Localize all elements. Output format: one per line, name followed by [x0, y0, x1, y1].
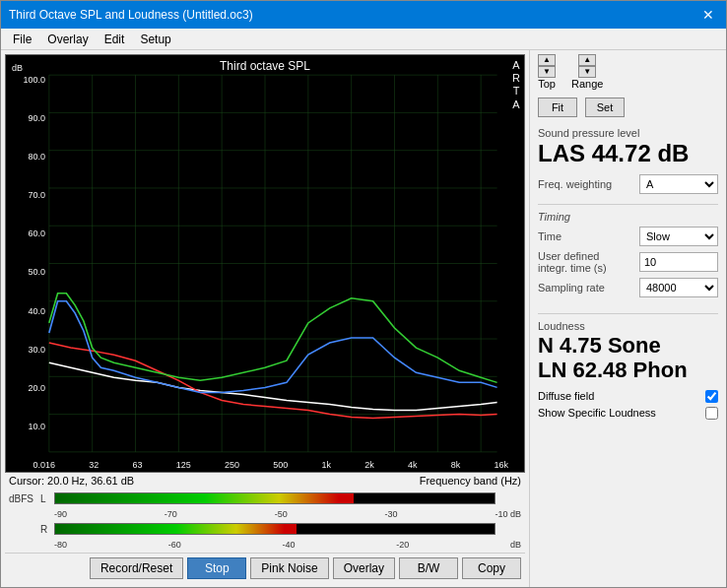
top-spin-group: ▲ ▼ Top [538, 54, 556, 90]
freq-band-label: Frequency band (Hz) [420, 475, 521, 487]
level-bars-section: dBFS L -90 -70 -50 -30 -10 dB [5, 489, 525, 553]
title-bar: Third Octave SPL and Loudness (Untitled.… [1, 1, 726, 29]
fit-set-buttons: Fit Set [538, 98, 718, 117]
range-spin-group: ▲ ▼ Range [571, 54, 603, 90]
range-up-button[interactable]: ▲ [578, 54, 596, 66]
loudness-section: Loudness N 4.75 Sone LN 62.48 Phon [538, 320, 718, 381]
tick-R-60: -60 [168, 540, 181, 550]
overlay-button[interactable]: Overlay [333, 557, 395, 579]
show-specific-row: Show Specific Loudness [538, 407, 718, 420]
copy-button[interactable]: Copy [462, 557, 521, 579]
tick-R-db: dB [510, 540, 521, 550]
level-bar-L [54, 492, 496, 504]
chart-container: Third octave SPL ARTA 100.0 90.0 80.0 70… [5, 54, 525, 473]
menu-bar: File Overlay Edit Setup [1, 29, 726, 50]
user-defined-input[interactable] [639, 252, 718, 272]
show-specific-label: Show Specific Loudness [538, 407, 656, 419]
menu-edit[interactable]: Edit [97, 31, 133, 47]
tick-labels-R: -80 -60 -40 -20 dB [9, 539, 521, 551]
show-specific-checkbox[interactable] [705, 407, 718, 420]
tick-R-80: -80 [54, 540, 67, 550]
chart-svg [6, 55, 524, 472]
diffuse-field-checkbox[interactable] [705, 390, 718, 403]
freq-weighting-row: Freq. weighting A B C Z [538, 174, 718, 194]
sampling-rate-row: Sampling rate 48000 44100 96000 [538, 278, 718, 297]
chart-info-bar: Cursor: 20.0 Hz, 36.61 dB Frequency band… [5, 473, 525, 489]
x-axis-labels: 16 32 63 125 250 500 1k 2k 4k 8k 16k [45, 460, 508, 470]
time-select[interactable]: Slow Fast Impulse [639, 227, 718, 246]
level-fill-R [55, 524, 297, 534]
main-content: Third octave SPL ARTA 100.0 90.0 80.0 70… [1, 50, 726, 587]
chart-area: Third octave SPL ARTA 100.0 90.0 80.0 70… [1, 50, 529, 587]
tick-labels-L: -90 -70 -50 -30 -10 dB [9, 508, 521, 520]
tick-R-20: -20 [396, 540, 409, 550]
x-label-63: 63 [132, 460, 142, 470]
timing-section: Timing Time Slow Fast Impulse User defin… [538, 211, 718, 301]
sampling-rate-select[interactable]: 48000 44100 96000 [639, 278, 718, 297]
menu-file[interactable]: File [5, 31, 39, 47]
set-button[interactable]: Set [585, 98, 625, 117]
top-label: Top [538, 78, 556, 90]
sampling-rate-label: Sampling rate [538, 282, 605, 294]
top-up-button[interactable]: ▲ [538, 54, 556, 66]
yaxis-db-label: dB [12, 63, 23, 73]
spl-section-label: Sound pressure level [538, 127, 718, 139]
tick-L-30: -30 [385, 509, 398, 519]
user-defined-label: User defined integr. time (s) [538, 250, 627, 274]
divider-1 [538, 204, 718, 205]
tick-L-10: -10 dB [495, 509, 521, 519]
menu-overlay[interactable]: Overlay [39, 31, 96, 47]
top-controls: ▲ ▼ Top ▲ ▼ Range [538, 54, 718, 90]
x-label-125: 125 [176, 460, 191, 470]
x-label-16: 16 [45, 460, 55, 470]
fit-button[interactable]: Fit [538, 98, 577, 117]
x-label-500: 500 [273, 460, 288, 470]
loudness-label: Loudness [538, 320, 718, 332]
range-down-button[interactable]: ▼ [578, 66, 596, 78]
user-defined-row: User defined integr. time (s) [538, 250, 718, 274]
right-panel: ▲ ▼ Top ▲ ▼ Range Fit Set [529, 50, 726, 587]
tick-L-90: -90 [54, 509, 67, 519]
x-label-250: 250 [225, 460, 239, 470]
loudness-ln-value: LN 62.48 Phon [538, 359, 718, 382]
x-label-4k: 4k [408, 460, 418, 470]
level-bar-L-row: dBFS L [9, 490, 521, 506]
main-window: Third Octave SPL and Loudness (Untitled.… [0, 0, 727, 588]
diffuse-field-row: Diffuse field [538, 390, 718, 403]
dbfs-label: dBFS [9, 493, 40, 504]
x-label-8k: 8k [451, 460, 461, 470]
timing-label: Timing [538, 211, 718, 223]
window-title: Third Octave SPL and Loudness (Untitled.… [9, 8, 253, 22]
cursor-info: Cursor: 20.0 Hz, 36.61 dB [9, 475, 134, 487]
R-label: R [40, 524, 54, 535]
spl-section: Sound pressure level LAS 44.72 dB [538, 127, 718, 166]
top-spin-buttons: ▲ ▼ [538, 54, 556, 78]
freq-weighting-label: Freq. weighting [538, 178, 612, 190]
time-row: Time Slow Fast Impulse [538, 227, 718, 246]
level-fill-L [55, 493, 354, 503]
freq-weighting-select[interactable]: A B C Z [639, 174, 718, 194]
x-label-2k: 2k [364, 460, 374, 470]
close-button[interactable]: ✕ [698, 5, 718, 25]
bw-button[interactable]: B/W [399, 557, 458, 579]
tick-L-50: -50 [275, 509, 288, 519]
diffuse-field-label: Diffuse field [538, 390, 594, 402]
time-label: Time [538, 230, 562, 242]
x-label-1k: 1k [321, 460, 331, 470]
divider-2 [538, 313, 718, 314]
level-bar-R-row: R [9, 521, 521, 537]
spl-value: LAS 44.72 dB [538, 141, 718, 166]
top-down-button[interactable]: ▼ [538, 66, 556, 78]
range-spin-buttons: ▲ ▼ [578, 54, 596, 78]
menu-setup[interactable]: Setup [132, 31, 178, 47]
x-label-16k: 16k [494, 460, 508, 470]
record-reset-button[interactable]: Record/Reset [90, 557, 183, 579]
range-label: Range [571, 78, 603, 90]
x-label-32: 32 [89, 460, 99, 470]
level-bar-R [54, 523, 496, 535]
pink-noise-button[interactable]: Pink Noise [250, 557, 328, 579]
buttons-row: Record/Reset Stop Pink Noise Overlay B/W… [5, 553, 525, 583]
tick-R-40: -40 [282, 540, 295, 550]
loudness-n-value: N 4.75 Sone [538, 334, 718, 358]
stop-button[interactable]: Stop [187, 557, 246, 579]
